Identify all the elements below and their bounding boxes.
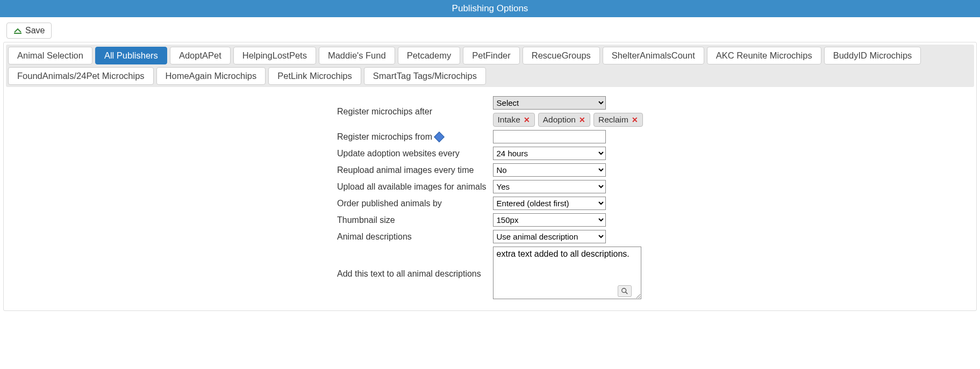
tab-helpinglostpets[interactable]: HelpingLostPets	[233, 47, 316, 64]
magnifier-icon	[621, 287, 628, 295]
save-button[interactable]: Save	[6, 23, 52, 39]
settings-table: Register microchips after Select Intake✕…	[335, 95, 645, 303]
save-icon	[13, 26, 22, 35]
chip-label: Intake	[498, 115, 520, 125]
tab-all-publishers[interactable]: All Publishers	[95, 47, 167, 64]
reupload-select[interactable]: No	[493, 163, 606, 177]
title-bar: Publishing Options	[0, 0, 980, 17]
chip-adoption: Adoption✕	[538, 113, 590, 127]
label-register-after: Register microchips after	[335, 95, 490, 128]
chip-intake: Intake✕	[493, 113, 535, 127]
expand-textarea-button[interactable]	[618, 285, 632, 297]
chip-reclaim: Reclaim✕	[593, 113, 643, 127]
chip-remove-icon[interactable]: ✕	[524, 115, 530, 124]
tab-homeagain-microchips[interactable]: HomeAgain Microchips	[156, 67, 266, 85]
tab-petfinder[interactable]: PetFinder	[463, 47, 520, 64]
tab-petlink-microchips[interactable]: PetLink Microchips	[268, 67, 361, 85]
register-after-select[interactable]: Select	[493, 96, 606, 110]
upload-all-select[interactable]: Yes	[493, 180, 606, 193]
main-container: Animal SelectionAll PublishersAdoptAPetH…	[3, 42, 977, 311]
page-title: Publishing Options	[452, 3, 528, 13]
label-update-every: Update adoption websites every	[335, 145, 490, 162]
form-area: Register microchips after Select Intake✕…	[6, 87, 974, 303]
save-button-label: Save	[25, 26, 45, 35]
label-reupload: Reupload animal images every time	[335, 162, 490, 178]
tab-petcademy[interactable]: Petcademy	[398, 47, 461, 64]
register-from-input[interactable]	[493, 130, 606, 143]
thumb-size-select[interactable]: 150px	[493, 213, 606, 227]
descriptions-select[interactable]: Use animal description	[493, 230, 606, 243]
label-register-from: Register microchips from	[335, 128, 490, 145]
label-upload-all: Upload all available images for animals	[335, 178, 490, 195]
chip-remove-icon[interactable]: ✕	[632, 115, 638, 124]
chip-remove-icon[interactable]: ✕	[579, 115, 585, 124]
toolbar: Save	[0, 17, 980, 42]
tab-akc-reunite-microchips[interactable]: AKC Reunite Microchips	[707, 47, 821, 64]
svg-rect-0	[14, 33, 22, 34]
tab-foundanimals-24pet-microchips[interactable]: FoundAnimals/24Pet Microchips	[8, 67, 154, 85]
svg-line-2	[625, 292, 627, 294]
label-extra-text: Add this text to all animal descriptions	[335, 245, 490, 303]
label-order-by: Order published animals by	[335, 195, 490, 212]
tab-buddyid-microchips[interactable]: BuddyID Microchips	[824, 47, 921, 64]
chip-label: Reclaim	[598, 115, 628, 125]
info-icon[interactable]	[434, 132, 445, 142]
tab-bar: Animal SelectionAll PublishersAdoptAPetH…	[6, 45, 974, 87]
tab-maddie-s-fund[interactable]: Maddie's Fund	[319, 47, 395, 64]
tab-rescuegroups[interactable]: RescueGroups	[523, 47, 600, 64]
update-every-select[interactable]: 24 hours	[493, 147, 606, 160]
tab-smarttag-tags-microchips[interactable]: SmartTag Tags/Microchips	[364, 67, 486, 85]
tab-shelteranimalscount[interactable]: ShelterAnimalsCount	[603, 47, 704, 64]
svg-point-1	[621, 288, 626, 293]
register-after-chips: Intake✕Adoption✕Reclaim✕	[493, 113, 643, 127]
tab-animal-selection[interactable]: Animal Selection	[8, 47, 92, 64]
label-thumb-size: Thumbnail size	[335, 212, 490, 228]
label-descriptions: Animal descriptions	[335, 228, 490, 245]
tab-adoptapet[interactable]: AdoptAPet	[170, 47, 231, 64]
chip-label: Adoption	[543, 115, 576, 125]
order-by-select[interactable]: Entered (oldest first)	[493, 197, 606, 210]
